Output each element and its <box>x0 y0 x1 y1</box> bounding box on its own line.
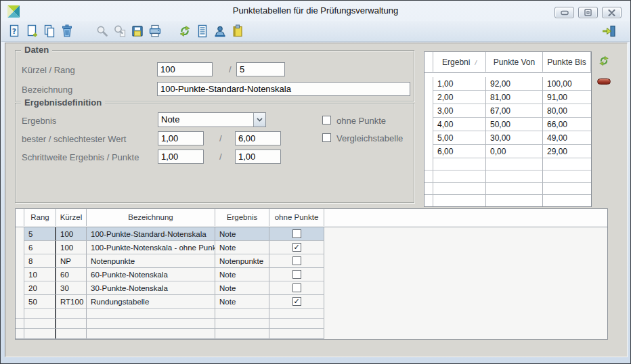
grade-row[interactable]: 1,0092,00100,00 <box>425 77 591 91</box>
grade-row[interactable]: 6,000,0029,00 <box>425 145 591 158</box>
empty-row <box>425 158 591 170</box>
row-gutter <box>425 77 433 91</box>
empty-cell <box>486 195 543 207</box>
empty-cell <box>269 319 324 329</box>
chevron-down-icon[interactable] <box>253 113 265 127</box>
row-gutter <box>16 295 24 309</box>
kuerzel-input[interactable]: 100 <box>157 62 213 76</box>
list-report-icon[interactable] <box>194 23 211 39</box>
empty-cell <box>433 170 486 183</box>
overview-row[interactable]: 50RT100RundungstabelleNote✓ <box>16 295 607 309</box>
kuerzel-cell: 60 <box>56 268 87 281</box>
user-session-icon[interactable] <box>211 23 229 39</box>
row-gutter <box>425 118 433 131</box>
wert-separator: / <box>219 133 222 143</box>
vergleichstabelle-label: Vergleichstabelle <box>336 133 403 143</box>
row-gutter <box>16 329 24 339</box>
svg-text:?: ? <box>12 27 16 36</box>
header-gutter <box>425 52 433 72</box>
row-gutter <box>425 158 433 170</box>
empty-cell <box>87 309 215 319</box>
schrittweite-ergebnis-input[interactable]: 1,00 <box>158 150 204 164</box>
punkte-bis-cell: 49,00 <box>543 131 591 145</box>
column-header-ergebnis[interactable]: Ergebnis <box>215 209 269 226</box>
overview-row[interactable]: 203030-Punkte-NotenskalaNote <box>16 281 607 295</box>
grade-table-body: 1,0092,00100,002,0081,0091,003,0067,0080… <box>425 77 591 207</box>
column-header-bezeichnung[interactable]: Bezeichnung <box>87 209 215 226</box>
delete-record-icon[interactable] <box>58 23 76 39</box>
ohne-punkte-cell <box>269 227 324 241</box>
column-header-punkte-bis[interactable]: Punkte Bis <box>543 52 591 72</box>
empty-cell <box>269 309 324 319</box>
print-icon[interactable] <box>146 23 164 39</box>
punkte-von-cell: 50,00 <box>486 118 543 131</box>
schlechtester-wert-input[interactable]: 6,00 <box>235 131 281 145</box>
ohne-punkte-cell: ✓ <box>269 295 324 309</box>
rang-cell: 5 <box>24 227 56 241</box>
maximize-button[interactable] <box>578 7 598 18</box>
bezeichnung-cell: Rundungstabelle <box>87 295 215 309</box>
empty-cell <box>486 158 543 170</box>
overview-row[interactable]: 8NPNotenpunkteNotenpunkte <box>16 254 607 268</box>
ergebnis-select[interactable]: Note <box>158 112 266 127</box>
ergebnis-cell: 6,00 <box>433 145 486 158</box>
notes-icon[interactable] <box>229 23 246 39</box>
grade-ranges-table: Ergebni/Punkte VonPunkte Bis 1,0092,0010… <box>424 51 592 207</box>
ohne-punkte-checkbox[interactable]: ✓ <box>292 297 301 306</box>
overview-row[interactable]: 5100100-Punkte-Standard-NotenskalaNote <box>16 227 607 241</box>
bester-wert-input[interactable]: 1,00 <box>158 131 204 145</box>
schrittweite-label: Schrittweite Ergebnis / Punkte <box>22 152 139 162</box>
ergebnis-cell: Notenpunkte <box>215 254 269 268</box>
help-icon[interactable]: ? <box>5 23 23 39</box>
grade-row[interactable]: 4,0050,0066,00 <box>425 118 591 131</box>
rang-input[interactable]: 5 <box>236 62 285 76</box>
column-header-kuerzel[interactable]: Kürzel <box>56 209 87 226</box>
save-icon[interactable] <box>129 23 146 39</box>
refresh-ranges-icon[interactable] <box>597 54 611 68</box>
vergleichstabelle-checkbox[interactable] <box>322 133 331 142</box>
column-header-punkte-von[interactable]: Punkte Von <box>486 52 543 72</box>
bezeichnung-cell: 100-Punkte-Standard-Notenskala <box>87 227 215 241</box>
empty-cell <box>543 170 591 183</box>
copy-record-icon[interactable] <box>41 23 58 39</box>
exit-icon[interactable] <box>600 23 617 39</box>
ohne-punkte-checkbox[interactable] <box>292 270 301 279</box>
ohne-punkte-cell <box>269 268 324 281</box>
rang-cell: 6 <box>24 241 56 254</box>
ohne-punkte-checkbox[interactable]: ✓ <box>292 243 301 252</box>
search-icon[interactable] <box>93 23 111 39</box>
ohne-punkte-checkbox[interactable] <box>322 116 331 124</box>
overview-row[interactable]: 106060-Punkte-NotenskalaNote <box>16 268 607 281</box>
schrittweite-punkte-input[interactable]: 1,00 <box>235 150 281 164</box>
empty-cell <box>87 319 215 329</box>
empty-cell <box>24 319 56 329</box>
grade-row[interactable]: 2,0081,0091,00 <box>425 91 591 104</box>
ohne-punkte-checkbox[interactable] <box>292 283 301 292</box>
column-header-ohne-punkte[interactable]: ohne Punkte <box>269 209 324 226</box>
bezeichnung-cell: 60-Punkte-Notenskala <box>87 268 215 281</box>
remove-icon[interactable] <box>597 78 611 85</box>
close-button[interactable] <box>602 7 622 18</box>
new-record-icon[interactable] <box>23 23 41 39</box>
search-list-icon[interactable] <box>111 23 129 39</box>
grade-row[interactable]: 5,0030,0049,00 <box>425 131 591 145</box>
overview-panel: RangKürzelBezeichnungErgebnisohne Punkte… <box>15 208 608 340</box>
bezeichnung-label: Bezeichnung <box>22 85 72 95</box>
empty-cell <box>56 319 87 329</box>
empty-row <box>16 309 607 319</box>
empty-row <box>425 183 591 195</box>
minimize-button[interactable] <box>554 7 574 18</box>
ohne-punkte-checkbox[interactable] <box>292 229 301 238</box>
column-header-rang[interactable]: Rang <box>24 209 56 226</box>
row-gutter <box>16 227 24 241</box>
ohne-punkte-checkbox[interactable] <box>292 256 301 265</box>
bezeichnung-input[interactable]: 100-Punkte-Standard-Notenskala <box>157 82 410 96</box>
punkte-von-cell: 92,00 <box>486 77 543 91</box>
overview-row[interactable]: 6100100-Punkte-Notenskala - ohne PunkteN… <box>16 241 607 254</box>
grade-row[interactable]: 3,0067,0080,00 <box>425 104 591 118</box>
empty-cell <box>433 183 486 195</box>
refresh-icon[interactable] <box>176 23 194 39</box>
sort-indicator-icon: / <box>475 60 477 66</box>
ohne-punkte-label: ohne Punkte <box>336 116 386 126</box>
column-header-ergebnis[interactable]: Ergebni/ <box>433 52 486 72</box>
